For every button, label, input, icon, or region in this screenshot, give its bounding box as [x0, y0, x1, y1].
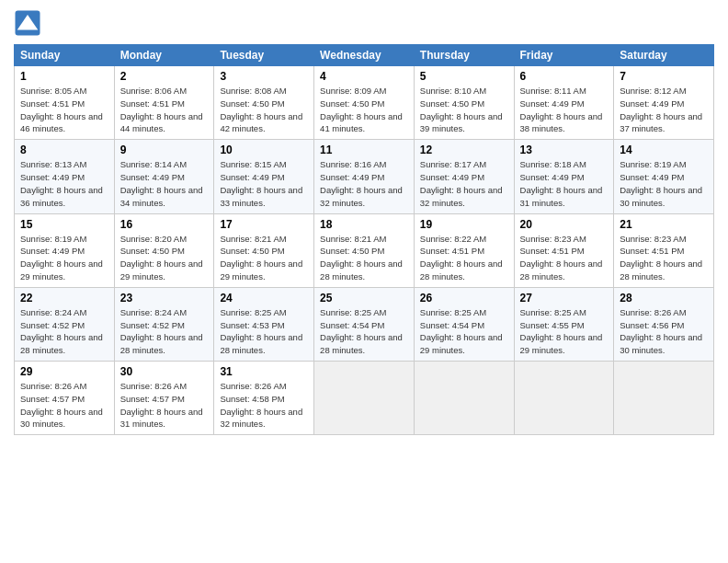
- logo: [14, 9, 45, 37]
- week-row-1: 1 Sunrise: 8:05 AMSunset: 4:51 PMDayligh…: [15, 66, 714, 140]
- weekday-header-wednesday: Wednesday: [314, 45, 415, 66]
- day-cell-28: 28 Sunrise: 8:26 AMSunset: 4:56 PMDaylig…: [614, 287, 714, 361]
- day-detail: Sunrise: 8:25 AMSunset: 4:54 PMDaylight:…: [320, 307, 403, 355]
- day-number: 4: [320, 70, 408, 83]
- day-detail: Sunrise: 8:11 AMSunset: 4:49 PMDaylight:…: [520, 86, 603, 133]
- day-cell-19: 19 Sunrise: 8:22 AMSunset: 4:51 PMDaylig…: [414, 213, 514, 287]
- day-detail: Sunrise: 8:15 AMSunset: 4:49 PMDaylight:…: [220, 159, 302, 207]
- day-detail: Sunrise: 8:14 AMSunset: 4:49 PMDaylight:…: [120, 159, 203, 207]
- day-detail: Sunrise: 8:26 AMSunset: 4:57 PMDaylight:…: [20, 381, 103, 429]
- day-cell-16: 16 Sunrise: 8:20 AMSunset: 4:50 PMDaylig…: [114, 213, 214, 287]
- day-number: 18: [320, 218, 408, 231]
- day-number: 3: [220, 70, 308, 83]
- day-number: 25: [320, 292, 408, 304]
- day-cell-20: 20 Sunrise: 8:23 AMSunset: 4:51 PMDaylig…: [514, 213, 614, 287]
- day-detail: Sunrise: 8:19 AMSunset: 4:49 PMDaylight:…: [620, 159, 702, 207]
- day-detail: Sunrise: 8:12 AMSunset: 4:49 PMDaylight:…: [620, 86, 702, 133]
- day-detail: Sunrise: 8:06 AMSunset: 4:51 PMDaylight:…: [120, 86, 203, 133]
- day-cell-18: 18 Sunrise: 8:21 AMSunset: 4:50 PMDaylig…: [314, 213, 415, 287]
- day-detail: Sunrise: 8:22 AMSunset: 4:51 PMDaylight:…: [420, 234, 503, 282]
- day-cell-8: 8 Sunrise: 8:13 AMSunset: 4:49 PMDayligh…: [15, 140, 115, 213]
- week-row-5: 29 Sunrise: 8:26 AMSunset: 4:57 PMDaylig…: [15, 362, 714, 435]
- day-cell-11: 11 Sunrise: 8:16 AMSunset: 4:49 PMDaylig…: [314, 140, 415, 213]
- weekday-header-saturday: Saturday: [614, 45, 714, 66]
- day-detail: Sunrise: 8:08 AMSunset: 4:50 PMDaylight:…: [220, 86, 302, 133]
- weekday-header-tuesday: Tuesday: [214, 45, 314, 66]
- day-cell-12: 12 Sunrise: 8:17 AMSunset: 4:49 PMDaylig…: [414, 140, 514, 213]
- day-detail: Sunrise: 8:26 AMSunset: 4:58 PMDaylight:…: [220, 381, 302, 429]
- day-cell-5: 5 Sunrise: 8:10 AMSunset: 4:50 PMDayligh…: [414, 66, 514, 140]
- day-cell-30: 30 Sunrise: 8:26 AMSunset: 4:57 PMDaylig…: [114, 362, 214, 435]
- weekday-header-thursday: Thursday: [414, 45, 514, 66]
- day-cell-13: 13 Sunrise: 8:18 AMSunset: 4:49 PMDaylig…: [514, 140, 614, 213]
- day-detail: Sunrise: 8:09 AMSunset: 4:50 PMDaylight:…: [320, 86, 403, 133]
- day-number: 23: [120, 292, 209, 304]
- empty-cell: [614, 362, 714, 435]
- day-cell-9: 9 Sunrise: 8:14 AMSunset: 4:49 PMDayligh…: [114, 140, 214, 213]
- day-number: 7: [620, 70, 708, 83]
- day-detail: Sunrise: 8:19 AMSunset: 4:49 PMDaylight:…: [20, 234, 103, 282]
- day-detail: Sunrise: 8:25 AMSunset: 4:55 PMDaylight:…: [520, 307, 603, 355]
- empty-cell: [314, 362, 415, 435]
- day-detail: Sunrise: 8:20 AMSunset: 4:50 PMDaylight:…: [120, 234, 203, 282]
- day-number: 24: [220, 292, 308, 304]
- day-number: 15: [20, 218, 108, 231]
- day-detail: Sunrise: 8:26 AMSunset: 4:57 PMDaylight:…: [120, 381, 203, 429]
- day-detail: Sunrise: 8:24 AMSunset: 4:52 PMDaylight:…: [20, 307, 103, 355]
- day-number: 28: [620, 292, 708, 304]
- day-cell-24: 24 Sunrise: 8:25 AMSunset: 4:53 PMDaylig…: [214, 287, 314, 361]
- day-number: 17: [220, 218, 308, 231]
- header: [14, 9, 714, 37]
- day-number: 12: [420, 144, 508, 156]
- day-number: 8: [20, 144, 108, 156]
- day-cell-6: 6 Sunrise: 8:11 AMSunset: 4:49 PMDayligh…: [514, 66, 614, 140]
- day-number: 9: [120, 144, 209, 156]
- day-detail: Sunrise: 8:26 AMSunset: 4:56 PMDaylight:…: [620, 307, 702, 355]
- empty-cell: [514, 362, 614, 435]
- day-cell-31: 31 Sunrise: 8:26 AMSunset: 4:58 PMDaylig…: [214, 362, 314, 435]
- day-cell-14: 14 Sunrise: 8:19 AMSunset: 4:49 PMDaylig…: [614, 140, 714, 213]
- day-cell-3: 3 Sunrise: 8:08 AMSunset: 4:50 PMDayligh…: [214, 66, 314, 140]
- day-cell-22: 22 Sunrise: 8:24 AMSunset: 4:52 PMDaylig…: [15, 287, 115, 361]
- day-cell-2: 2 Sunrise: 8:06 AMSunset: 4:51 PMDayligh…: [114, 66, 214, 140]
- weekday-header-friday: Friday: [514, 45, 614, 66]
- day-detail: Sunrise: 8:25 AMSunset: 4:53 PMDaylight:…: [220, 307, 302, 355]
- day-detail: Sunrise: 8:10 AMSunset: 4:50 PMDaylight:…: [420, 86, 503, 133]
- day-number: 31: [220, 365, 308, 378]
- day-cell-26: 26 Sunrise: 8:25 AMSunset: 4:54 PMDaylig…: [414, 287, 514, 361]
- day-detail: Sunrise: 8:18 AMSunset: 4:49 PMDaylight:…: [520, 159, 603, 207]
- day-detail: Sunrise: 8:21 AMSunset: 4:50 PMDaylight:…: [220, 234, 302, 282]
- weekday-header-monday: Monday: [114, 45, 214, 66]
- day-number: 10: [220, 144, 308, 156]
- week-row-2: 8 Sunrise: 8:13 AMSunset: 4:49 PMDayligh…: [15, 140, 714, 213]
- day-cell-15: 15 Sunrise: 8:19 AMSunset: 4:49 PMDaylig…: [15, 213, 115, 287]
- day-number: 5: [420, 70, 508, 83]
- day-number: 26: [420, 292, 508, 304]
- day-cell-21: 21 Sunrise: 8:23 AMSunset: 4:51 PMDaylig…: [614, 213, 714, 287]
- day-number: 6: [520, 70, 609, 83]
- day-number: 16: [120, 218, 209, 231]
- day-cell-25: 25 Sunrise: 8:25 AMSunset: 4:54 PMDaylig…: [314, 287, 415, 361]
- day-number: 11: [320, 144, 408, 156]
- day-number: 22: [20, 292, 108, 304]
- day-number: 27: [520, 292, 609, 304]
- day-detail: Sunrise: 8:17 AMSunset: 4:49 PMDaylight:…: [420, 159, 503, 207]
- day-cell-1: 1 Sunrise: 8:05 AMSunset: 4:51 PMDayligh…: [15, 66, 115, 140]
- day-number: 19: [420, 218, 508, 231]
- day-cell-7: 7 Sunrise: 8:12 AMSunset: 4:49 PMDayligh…: [614, 66, 714, 140]
- day-detail: Sunrise: 8:23 AMSunset: 4:51 PMDaylight:…: [620, 234, 702, 282]
- weekday-header-sunday: Sunday: [15, 45, 115, 66]
- day-detail: Sunrise: 8:21 AMSunset: 4:50 PMDaylight:…: [320, 234, 403, 282]
- day-detail: Sunrise: 8:24 AMSunset: 4:52 PMDaylight:…: [120, 307, 203, 355]
- day-cell-27: 27 Sunrise: 8:25 AMSunset: 4:55 PMDaylig…: [514, 287, 614, 361]
- day-number: 14: [620, 144, 708, 156]
- week-row-3: 15 Sunrise: 8:19 AMSunset: 4:49 PMDaylig…: [15, 213, 714, 287]
- day-cell-4: 4 Sunrise: 8:09 AMSunset: 4:50 PMDayligh…: [314, 66, 415, 140]
- day-detail: Sunrise: 8:25 AMSunset: 4:54 PMDaylight:…: [420, 307, 503, 355]
- day-detail: Sunrise: 8:05 AMSunset: 4:51 PMDaylight:…: [20, 86, 103, 133]
- day-cell-17: 17 Sunrise: 8:21 AMSunset: 4:50 PMDaylig…: [214, 213, 314, 287]
- weekday-header-row: SundayMondayTuesdayWednesdayThursdayFrid…: [15, 45, 714, 66]
- day-detail: Sunrise: 8:16 AMSunset: 4:49 PMDaylight:…: [320, 159, 403, 207]
- day-number: 30: [120, 365, 209, 378]
- day-detail: Sunrise: 8:23 AMSunset: 4:51 PMDaylight:…: [520, 234, 603, 282]
